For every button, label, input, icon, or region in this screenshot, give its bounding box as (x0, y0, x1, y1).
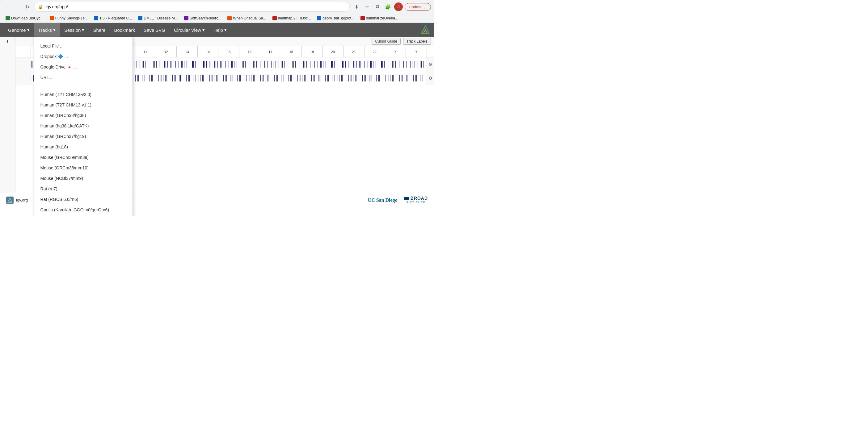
rat-rn7-item[interactable]: Rat (rn7) (34, 184, 132, 194)
human-t2t-v1-item[interactable]: Human (T2T CHM13-v1.1) (34, 100, 132, 110)
track-gear-2[interactable]: ⚙ (427, 71, 434, 85)
circularview-caret: ▾ (202, 27, 205, 33)
profile-button[interactable]: J (394, 2, 403, 11)
mouse-mm10-item[interactable]: Mouse (GRCm38/mm10) (34, 163, 132, 173)
biocyc-label: Download BioCyc... (11, 16, 43, 20)
rat-rn6-item[interactable]: Rat (RGCS 6.0/rn6) (34, 194, 132, 205)
reload-button[interactable]: ↻ (23, 2, 32, 11)
update-label: Update (409, 5, 422, 9)
genomes-section: Human (T2T CHM13-v2.0) Human (T2T CHM13-… (34, 88, 132, 216)
help-caret: ▾ (224, 27, 227, 33)
url-item[interactable]: URL ... (34, 72, 132, 83)
chrom-20: 20 (322, 46, 343, 57)
igv-left-panel: I (0, 37, 16, 193)
bookmark-rsquared[interactable]: 1.8 - R-squared C... (91, 15, 134, 21)
human-hg38-gatk-item[interactable]: Human (hg38 1kg/GATK) (34, 121, 132, 131)
cursor-guide-button[interactable]: Cursor Guide (372, 38, 400, 45)
track-name-2 (16, 71, 31, 85)
share-label: Share (93, 28, 105, 33)
broad-name: BROAD (410, 196, 428, 201)
local-file-item[interactable]: Local File ... (34, 41, 132, 51)
bookmark-softsearch[interactable]: SoftSearch-sourc... (182, 15, 224, 21)
summarize-favicon (361, 16, 365, 20)
session-menu[interactable]: Session ▾ (60, 23, 89, 37)
broad-sub: INSTITUTE (406, 201, 426, 204)
genome-menu[interactable]: Genome ▾ (4, 23, 34, 37)
bookmark-dmle[interactable]: DMLE+ Disease M... (135, 15, 180, 21)
funny-favicon (50, 16, 54, 20)
human-hg18-item[interactable]: Human (hg18) (34, 142, 132, 152)
update-button[interactable]: Update ⋮ (405, 3, 431, 11)
human-hg38-item[interactable]: Human (GRCh38/hg38) (34, 110, 132, 121)
dropdown-divider (34, 86, 132, 86)
human-t2t-v2-item[interactable]: Human (T2T CHM13-v2.0) (34, 89, 132, 100)
human-hg19-item[interactable]: Human (GRCh37/hg19) (34, 131, 132, 142)
igv-logo-small (7, 197, 13, 203)
chrom-21: 21 (343, 46, 364, 57)
local-file-label: Local File ... (40, 43, 64, 48)
tab-button[interactable]: ⧉ (373, 2, 382, 11)
dmle-favicon (138, 16, 143, 20)
dropbox-item[interactable]: Dropbox 🔷 ... (34, 51, 132, 62)
igv-brand: igv.org (6, 197, 28, 204)
bookmark-biocyc[interactable]: Download BioCyc... (3, 15, 46, 21)
mouse-mm39-item[interactable]: Mouse (GRCm39/mm39) (34, 152, 132, 163)
gorilla-kamilah-item[interactable]: Gorilla (Kamilah_GGO_v0/gorGor6) (34, 205, 132, 215)
file-sources-section: Local File ... Dropbox 🔷 ... Google Driv… (34, 39, 132, 84)
igv-brand-text: igv.org (16, 198, 28, 202)
google-drive-item[interactable]: Google Drive 🔺 ... (34, 62, 132, 72)
bookmark-menu[interactable]: Bookmark (110, 23, 139, 37)
softsearch-label: SoftSearch-sourc... (190, 16, 221, 20)
mouse-mm9-item[interactable]: Mouse (NCBl37/mm9) (34, 173, 132, 184)
help-menu[interactable]: Help ▾ (209, 23, 231, 37)
forward-button[interactable]: → (13, 2, 22, 11)
track-gear-1[interactable]: ⚙ (427, 57, 434, 71)
session-caret: ▾ (82, 27, 84, 33)
downloads-button[interactable]: ⬇ (352, 2, 361, 11)
human-hg18-label: Human (hg18) (40, 144, 68, 149)
chrom-16: 16 (239, 46, 260, 57)
bookmark-star-button[interactable]: ☆ (363, 2, 371, 11)
softsearch-favicon (184, 16, 188, 20)
genome-caret: ▾ (27, 27, 30, 33)
human-t2t-v2-label: Human (T2T CHM13-v2.0) (40, 92, 91, 97)
geombar-label: geom_bar. ggplot... (322, 16, 354, 20)
gorilla-gor4-item[interactable]: Gorilla (gorGor4.1/gorGor4) (34, 215, 132, 216)
igv-id-label: I (7, 39, 8, 43)
tracks-menu[interactable]: Tracks ▾ Local File ... Dropbox 🔷 ... Go… (34, 23, 60, 37)
dropbox-label: Dropbox 🔷 ... (40, 54, 68, 59)
app-navbar: Genome ▾ Tracks ▾ Local File ... Dropbox… (0, 23, 434, 37)
partner-logos: UC San Diego BROAD INSTITUTE (368, 196, 428, 204)
bookmark-label: Bookmark (114, 28, 135, 33)
circularview-menu[interactable]: Circular View ▾ (169, 23, 209, 37)
chrom-17: 17 (260, 46, 280, 57)
rat-rn7-label: Rat (rn7) (40, 187, 58, 191)
genome-label: Genome (8, 28, 26, 33)
back-button[interactable]: ← (3, 2, 12, 11)
bookmark-unequal[interactable]: When Unequal Sa... (225, 15, 269, 21)
chrom-12: 12 (156, 46, 176, 57)
rsquared-favicon (94, 16, 98, 20)
address-bar[interactable]: 🔒 igv.org/app/ (34, 2, 350, 12)
mouse-mm39-label: Mouse (GRCm39/mm39) (40, 155, 89, 160)
unequal-label: When Unequal Sa... (233, 16, 266, 20)
update-caret: ⋮ (423, 5, 427, 9)
bookmark-geombar[interactable]: geom_bar. ggplot... (314, 15, 357, 21)
bookmark-heatmap[interactable]: heatmap.2 | RDoc... (270, 15, 313, 21)
broad-logo: BROAD INSTITUTE (404, 196, 428, 204)
funny-label: Funny Sayings | s... (55, 16, 88, 20)
bookmark-funny[interactable]: Funny Sayings | s... (47, 15, 90, 21)
bookmark-summarize[interactable]: summarizeOverla... (358, 15, 401, 21)
tracks-dropdown: Local File ... Dropbox 🔷 ... Google Driv… (34, 37, 133, 216)
chrom-19: 19 (302, 46, 322, 57)
extensions-button[interactable]: 🧩 (384, 2, 392, 11)
session-label: Session (64, 28, 81, 33)
mouse-mm9-label: Mouse (NCBl37/mm9) (40, 176, 83, 181)
igv-logo-icon (421, 25, 430, 35)
savesvg-menu[interactable]: Save SVG (139, 23, 169, 37)
savesvg-label: Save SVG (144, 28, 165, 33)
track-labels-button[interactable]: Track Labels (403, 38, 431, 45)
tracks-label: Tracks (38, 28, 52, 33)
uc-logo-text: UC San Diego (368, 198, 398, 203)
share-menu[interactable]: Share (89, 23, 110, 37)
